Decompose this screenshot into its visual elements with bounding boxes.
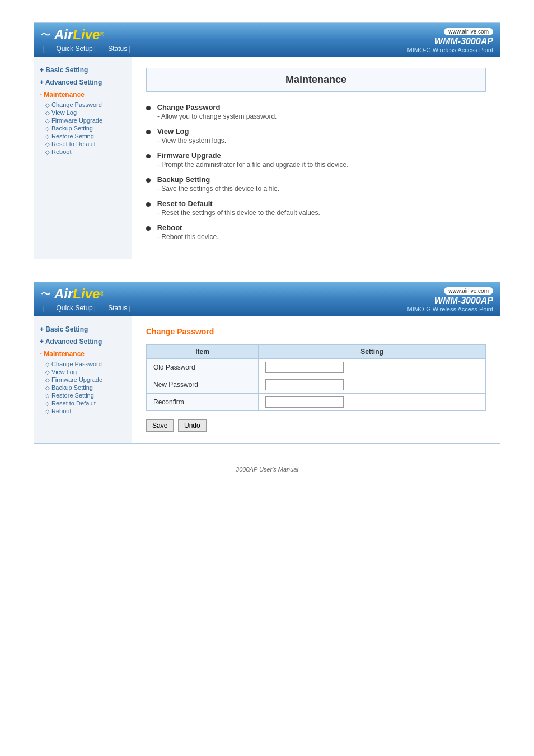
reconfirm-input-cell (259, 394, 486, 411)
feature-item-0: Change Password - Allow you to change sy… (146, 103, 486, 120)
panel2-sidebar: + Basic Setting + Advanced Setting - Mai… (34, 316, 132, 443)
new-password-input[interactable] (265, 379, 344, 390)
sidebar1-item-6[interactable]: ◇ Reboot (45, 148, 126, 156)
website-badge-2: www.airlive.com (444, 287, 493, 295)
feature-item-3: Backup Setting - Save the settings of th… (146, 175, 486, 193)
sidebar1-item-1[interactable]: ◇ View Log (45, 109, 126, 116)
diamond-icon-1-5: ◇ (45, 141, 50, 147)
model-sub-2: MIMO-G Wireless Access Point (407, 306, 493, 312)
bullet-0 (146, 106, 151, 110)
feature-name-3: Backup Setting (157, 175, 210, 184)
sidebar2-item-0[interactable]: ◇ Change Password (45, 360, 126, 368)
feature-item-5: Reboot - Reboot this device. (146, 223, 486, 241)
diamond-icon-1-6: ◇ (45, 149, 50, 155)
model-name-2: WMM-3000AP (407, 296, 493, 306)
sidebar2-item-6[interactable]: ◇ Reboot (45, 407, 126, 415)
diamond-icon-2-3: ◇ (45, 385, 50, 391)
new-password-label: New Password (147, 376, 259, 394)
feature-desc-3: - Save the settings of this device to a … (146, 185, 486, 193)
sidebar1-maintenance-label[interactable]: - Maintenance (40, 90, 126, 100)
sidebar2-item-3[interactable]: ◇ Backup Setting (45, 384, 126, 391)
sidebar1-item-2[interactable]: ◇ Firmware Upgrade (45, 116, 126, 124)
sidebar1-item-5[interactable]: ◇ Reset to Default (45, 140, 126, 148)
bullet-4 (146, 202, 151, 207)
logo-1: 〜 Air Live ® (41, 27, 104, 43)
reconfirm-input[interactable] (265, 396, 344, 408)
bullet-3 (146, 178, 151, 183)
panel1-body: + Basic Setting + Advanced Setting - Mai… (34, 57, 500, 259)
sidebar1-item-0[interactable]: ◇ Change Password (45, 101, 126, 109)
bullet-5 (146, 226, 151, 231)
status-link-2[interactable]: Status (108, 304, 127, 312)
logo-dot-1: ® (100, 31, 104, 38)
footer: 3000AP User's Manual (34, 466, 500, 473)
website-badge-1: www.airlive.com (444, 28, 493, 35)
bullet-2 (146, 154, 151, 158)
undo-button[interactable]: Undo (178, 419, 207, 432)
sidebar1-item-4[interactable]: ◇ Restore Setting (45, 132, 126, 140)
feature-desc-5: - Reboot this device. (146, 233, 486, 241)
old-password-input-cell (259, 359, 486, 376)
sidebar1-basic-setting[interactable]: + Basic Setting (40, 65, 126, 75)
header-left-1: 〜 Air Live ® | Quick Setup | Status | (41, 27, 132, 53)
sidebar1-sub-items: ◇ Change Password ◇ View Log ◇ Firmware … (40, 101, 126, 156)
sidebar1-advanced-setting[interactable]: + Advanced Setting (40, 77, 126, 87)
diamond-icon-1-0: ◇ (45, 102, 50, 108)
reconfirm-label: Reconfirm (147, 394, 259, 411)
bullet-1 (146, 130, 151, 134)
model-sub-1: MIMO-G Wireless Access Point (407, 46, 493, 53)
quick-setup-link-2[interactable]: Quick Setup (56, 304, 92, 312)
password-form-table: Item Setting Old Password New Passwor (146, 344, 486, 411)
diamond-icon-1-4: ◇ (45, 133, 50, 139)
sidebar2-advanced: + Advanced Setting (40, 337, 126, 347)
panel1-sidebar: + Basic Setting + Advanced Setting - Mai… (34, 57, 132, 259)
col-setting-header: Setting (259, 345, 486, 359)
sidebar2-maintenance: - Maintenance ◇ Change Password ◇ View L… (40, 349, 126, 415)
form-buttons: Save Undo (146, 419, 486, 432)
sidebar2-basic: + Basic Setting (40, 324, 126, 334)
feature-item-2: Firmware Upgrade - Prompt the administra… (146, 151, 486, 169)
header-right-2: www.airlive.com WMM-3000AP MIMO-G Wirele… (407, 286, 493, 312)
save-button[interactable]: Save (146, 419, 174, 432)
sidebar2-maintenance-label[interactable]: - Maintenance (40, 349, 126, 359)
sidebar1-basic: + Basic Setting (40, 65, 126, 75)
sidebar2-item-5[interactable]: ◇ Reset to Default (45, 399, 126, 407)
old-password-label: Old Password (147, 359, 259, 376)
sidebar1-item-3[interactable]: ◇ Backup Setting (45, 124, 126, 132)
sidebar2-item-4[interactable]: ◇ Restore Setting (45, 391, 126, 399)
feature-name-2: Firmware Upgrade (157, 151, 221, 160)
maintenance-title-box: Maintenance (146, 68, 486, 92)
quick-setup-link-1[interactable]: Quick Setup (56, 45, 92, 53)
panel2-body: + Basic Setting + Advanced Setting - Mai… (34, 316, 500, 443)
sidebar2-basic-setting[interactable]: + Basic Setting (40, 324, 126, 334)
old-password-input[interactable] (265, 362, 344, 373)
panel1-header: 〜 Air Live ® | Quick Setup | Status | ww… (34, 23, 500, 57)
feature-name-5: Reboot (157, 223, 182, 232)
diamond-icon-1-2: ◇ (45, 118, 50, 124)
header-right-1: www.airlive.com WMM-3000AP MIMO-G Wirele… (407, 27, 493, 53)
feature-desc-4: - Reset the settings of this device to t… (146, 209, 486, 217)
logo-2: 〜 Air Live ® (41, 286, 104, 302)
diamond-icon-2-1: ◇ (45, 369, 50, 375)
new-password-input-cell (259, 376, 486, 394)
logo-air-1: Air (54, 27, 73, 43)
sidebar2-item-1[interactable]: ◇ View Log (45, 368, 126, 376)
sidebar2-item-2[interactable]: ◇ Firmware Upgrade (45, 376, 126, 384)
sidebar2-advanced-setting[interactable]: + Advanced Setting (40, 337, 126, 347)
sidebar1-advanced: + Advanced Setting (40, 77, 126, 87)
col-item-header: Item (147, 345, 259, 359)
logo-dot-2: ® (100, 291, 104, 297)
feature-desc-0: - Allow you to change system password. (146, 113, 486, 120)
logo-live-2: Live (73, 286, 100, 302)
diamond-icon-1-1: ◇ (45, 110, 50, 116)
feature-item-4: Reset to Default - Reset the settings of… (146, 199, 486, 217)
feature-item-1: View Log - View the system logs. (146, 127, 486, 144)
sidebar1-maintenance: - Maintenance ◇ Change Password ◇ View L… (40, 90, 126, 156)
wifi-icon-2: 〜 (41, 287, 51, 301)
feature-name-0: Change Password (157, 103, 221, 111)
diamond-icon-2-4: ◇ (45, 393, 50, 399)
header-nav-2: | Quick Setup | Status | (41, 304, 132, 312)
status-link-1[interactable]: Status (108, 45, 127, 53)
feature-name-1: View Log (157, 127, 189, 136)
header-nav-1: | Quick Setup | Status | (41, 45, 132, 53)
